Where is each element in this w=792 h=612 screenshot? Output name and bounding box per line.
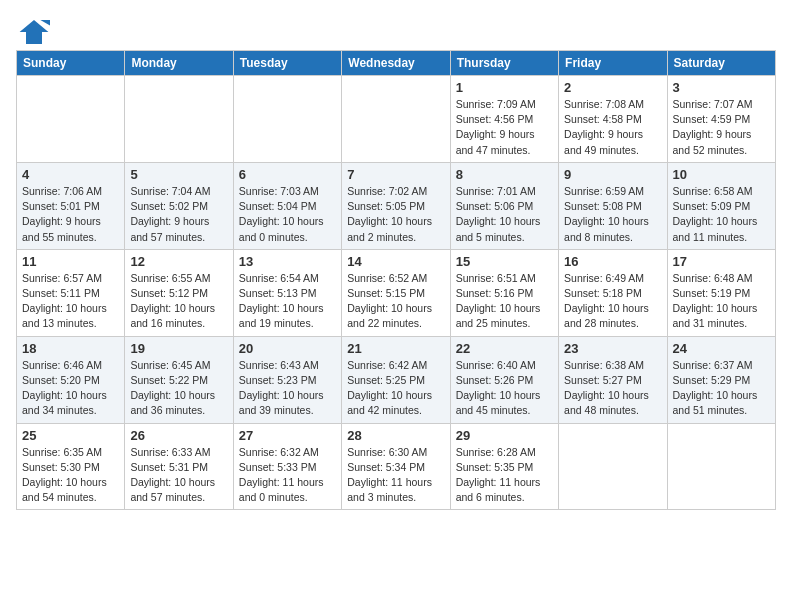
day-info: Sunrise: 6:32 AM Sunset: 5:33 PM Dayligh… [239,445,336,506]
calendar-header-row: SundayMondayTuesdayWednesdayThursdayFrid… [17,51,776,76]
col-header-wednesday: Wednesday [342,51,450,76]
day-info: Sunrise: 7:02 AM Sunset: 5:05 PM Dayligh… [347,184,444,245]
day-number: 15 [456,254,553,269]
calendar-cell: 27Sunrise: 6:32 AM Sunset: 5:33 PM Dayli… [233,423,341,510]
day-info: Sunrise: 6:37 AM Sunset: 5:29 PM Dayligh… [673,358,770,419]
calendar-cell [559,423,667,510]
calendar-cell: 15Sunrise: 6:51 AM Sunset: 5:16 PM Dayli… [450,249,558,336]
day-number: 7 [347,167,444,182]
calendar-cell: 2Sunrise: 7:08 AM Sunset: 4:58 PM Daylig… [559,76,667,163]
day-number: 2 [564,80,661,95]
calendar-cell: 8Sunrise: 7:01 AM Sunset: 5:06 PM Daylig… [450,162,558,249]
day-number: 27 [239,428,336,443]
calendar-table: SundayMondayTuesdayWednesdayThursdayFrid… [16,50,776,510]
calendar-cell [342,76,450,163]
day-info: Sunrise: 6:28 AM Sunset: 5:35 PM Dayligh… [456,445,553,506]
day-info: Sunrise: 7:09 AM Sunset: 4:56 PM Dayligh… [456,97,553,158]
day-number: 20 [239,341,336,356]
logo [16,16,50,42]
day-info: Sunrise: 6:35 AM Sunset: 5:30 PM Dayligh… [22,445,119,506]
day-info: Sunrise: 7:01 AM Sunset: 5:06 PM Dayligh… [456,184,553,245]
day-number: 23 [564,341,661,356]
day-info: Sunrise: 6:58 AM Sunset: 5:09 PM Dayligh… [673,184,770,245]
calendar-cell: 29Sunrise: 6:28 AM Sunset: 5:35 PM Dayli… [450,423,558,510]
day-info: Sunrise: 6:49 AM Sunset: 5:18 PM Dayligh… [564,271,661,332]
day-number: 6 [239,167,336,182]
calendar-cell: 1Sunrise: 7:09 AM Sunset: 4:56 PM Daylig… [450,76,558,163]
day-number: 11 [22,254,119,269]
calendar-cell: 21Sunrise: 6:42 AM Sunset: 5:25 PM Dayli… [342,336,450,423]
calendar-cell: 19Sunrise: 6:45 AM Sunset: 5:22 PM Dayli… [125,336,233,423]
calendar-cell [233,76,341,163]
col-header-thursday: Thursday [450,51,558,76]
calendar-cell: 18Sunrise: 6:46 AM Sunset: 5:20 PM Dayli… [17,336,125,423]
col-header-saturday: Saturday [667,51,775,76]
day-number: 24 [673,341,770,356]
calendar-cell: 9Sunrise: 6:59 AM Sunset: 5:08 PM Daylig… [559,162,667,249]
day-number: 17 [673,254,770,269]
day-info: Sunrise: 6:51 AM Sunset: 5:16 PM Dayligh… [456,271,553,332]
calendar-cell: 25Sunrise: 6:35 AM Sunset: 5:30 PM Dayli… [17,423,125,510]
day-number: 25 [22,428,119,443]
day-info: Sunrise: 6:43 AM Sunset: 5:23 PM Dayligh… [239,358,336,419]
col-header-tuesday: Tuesday [233,51,341,76]
day-number: 4 [22,167,119,182]
day-number: 3 [673,80,770,95]
day-number: 1 [456,80,553,95]
day-info: Sunrise: 6:57 AM Sunset: 5:11 PM Dayligh… [22,271,119,332]
day-info: Sunrise: 6:46 AM Sunset: 5:20 PM Dayligh… [22,358,119,419]
calendar-cell: 17Sunrise: 6:48 AM Sunset: 5:19 PM Dayli… [667,249,775,336]
day-number: 9 [564,167,661,182]
calendar-cell: 7Sunrise: 7:02 AM Sunset: 5:05 PM Daylig… [342,162,450,249]
day-info: Sunrise: 6:38 AM Sunset: 5:27 PM Dayligh… [564,358,661,419]
calendar-cell: 26Sunrise: 6:33 AM Sunset: 5:31 PM Dayli… [125,423,233,510]
svg-marker-1 [40,20,50,26]
calendar-cell: 12Sunrise: 6:55 AM Sunset: 5:12 PM Dayli… [125,249,233,336]
calendar-cell: 24Sunrise: 6:37 AM Sunset: 5:29 PM Dayli… [667,336,775,423]
calendar-cell: 28Sunrise: 6:30 AM Sunset: 5:34 PM Dayli… [342,423,450,510]
day-info: Sunrise: 6:55 AM Sunset: 5:12 PM Dayligh… [130,271,227,332]
calendar-cell: 14Sunrise: 6:52 AM Sunset: 5:15 PM Dayli… [342,249,450,336]
day-info: Sunrise: 6:48 AM Sunset: 5:19 PM Dayligh… [673,271,770,332]
day-info: Sunrise: 6:59 AM Sunset: 5:08 PM Dayligh… [564,184,661,245]
day-number: 22 [456,341,553,356]
calendar-cell [667,423,775,510]
day-info: Sunrise: 7:08 AM Sunset: 4:58 PM Dayligh… [564,97,661,158]
day-number: 19 [130,341,227,356]
day-info: Sunrise: 6:40 AM Sunset: 5:26 PM Dayligh… [456,358,553,419]
logo-icon [18,16,50,48]
calendar-cell: 5Sunrise: 7:04 AM Sunset: 5:02 PM Daylig… [125,162,233,249]
day-info: Sunrise: 6:30 AM Sunset: 5:34 PM Dayligh… [347,445,444,506]
day-info: Sunrise: 6:33 AM Sunset: 5:31 PM Dayligh… [130,445,227,506]
calendar-week-row: 18Sunrise: 6:46 AM Sunset: 5:20 PM Dayli… [17,336,776,423]
day-number: 16 [564,254,661,269]
page-header [16,16,776,42]
day-number: 10 [673,167,770,182]
day-info: Sunrise: 6:45 AM Sunset: 5:22 PM Dayligh… [130,358,227,419]
calendar-week-row: 11Sunrise: 6:57 AM Sunset: 5:11 PM Dayli… [17,249,776,336]
calendar-cell: 16Sunrise: 6:49 AM Sunset: 5:18 PM Dayli… [559,249,667,336]
day-number: 14 [347,254,444,269]
calendar-cell: 20Sunrise: 6:43 AM Sunset: 5:23 PM Dayli… [233,336,341,423]
day-info: Sunrise: 6:42 AM Sunset: 5:25 PM Dayligh… [347,358,444,419]
calendar-cell: 11Sunrise: 6:57 AM Sunset: 5:11 PM Dayli… [17,249,125,336]
day-info: Sunrise: 7:04 AM Sunset: 5:02 PM Dayligh… [130,184,227,245]
day-number: 13 [239,254,336,269]
day-info: Sunrise: 7:07 AM Sunset: 4:59 PM Dayligh… [673,97,770,158]
calendar-week-row: 4Sunrise: 7:06 AM Sunset: 5:01 PM Daylig… [17,162,776,249]
calendar-cell: 3Sunrise: 7:07 AM Sunset: 4:59 PM Daylig… [667,76,775,163]
day-info: Sunrise: 7:06 AM Sunset: 5:01 PM Dayligh… [22,184,119,245]
day-number: 26 [130,428,227,443]
calendar-cell: 4Sunrise: 7:06 AM Sunset: 5:01 PM Daylig… [17,162,125,249]
day-info: Sunrise: 7:03 AM Sunset: 5:04 PM Dayligh… [239,184,336,245]
col-header-sunday: Sunday [17,51,125,76]
day-number: 18 [22,341,119,356]
calendar-week-row: 1Sunrise: 7:09 AM Sunset: 4:56 PM Daylig… [17,76,776,163]
col-header-friday: Friday [559,51,667,76]
calendar-cell [125,76,233,163]
day-number: 12 [130,254,227,269]
col-header-monday: Monday [125,51,233,76]
day-number: 8 [456,167,553,182]
day-number: 28 [347,428,444,443]
day-info: Sunrise: 6:54 AM Sunset: 5:13 PM Dayligh… [239,271,336,332]
